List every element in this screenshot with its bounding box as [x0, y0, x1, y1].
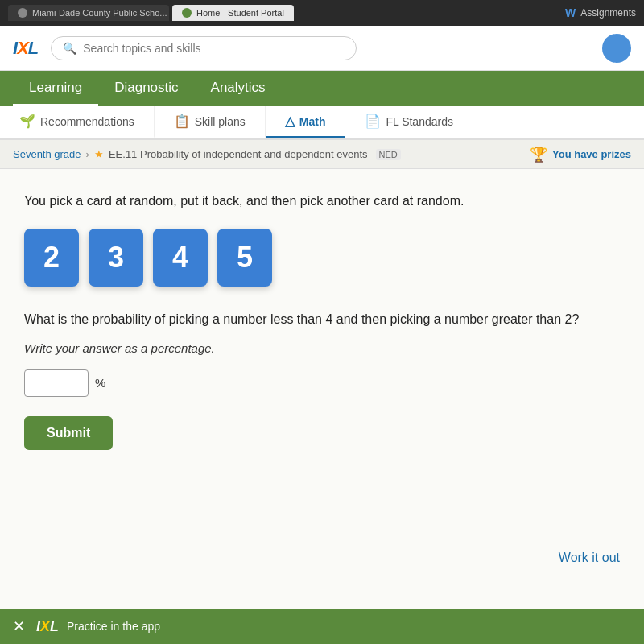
skill-plans-icon: 📋: [174, 114, 190, 129]
nav-bar: Learning Diagnostic Analytics: [0, 71, 644, 106]
tab-favicon-home: [182, 8, 192, 18]
tab-miami-label: Miami-Dade County Public Scho...: [32, 8, 167, 18]
bottom-bar: ✕ IXL Practice in the app: [0, 609, 644, 644]
breadcrumb-skill: EE.11 Probability of independent and dep…: [109, 148, 368, 160]
search-icon: 🔍: [63, 42, 76, 55]
card-4: 4: [153, 229, 208, 287]
nav-item-learning[interactable]: Learning: [13, 72, 98, 106]
recommendations-icon: 🌱: [19, 114, 35, 129]
fl-standards-icon: 📄: [365, 114, 381, 129]
work-it-out-link[interactable]: Work it out: [559, 551, 620, 565]
submit-button[interactable]: Submit: [24, 416, 113, 450]
main-content: You pick a card at random, put it back, …: [0, 169, 644, 609]
sub-nav-recommendations[interactable]: 🌱 Recommendations: [0, 106, 155, 138]
close-icon[interactable]: ✕: [13, 617, 25, 635]
assignments-tab-label: Assignments: [580, 7, 636, 19]
prizes-badge[interactable]: 🏆 You have prizes: [530, 146, 631, 163]
breadcrumb-separator: ›: [86, 148, 89, 160]
header: IXL 🔍: [0, 26, 644, 71]
probability-question: What is the probability of picking a num…: [24, 309, 620, 330]
sub-nav-skill-plans[interactable]: 📋 Skill plans: [155, 106, 266, 138]
tab-home-label: Home - Student Portal: [196, 8, 284, 18]
breadcrumb-grade[interactable]: Seventh grade: [13, 148, 81, 160]
avatar[interactable]: [602, 34, 631, 63]
search-input[interactable]: [83, 42, 345, 55]
card-3: 3: [89, 229, 143, 287]
tab-home[interactable]: Home - Student Portal: [172, 5, 294, 21]
math-icon: △: [285, 114, 295, 129]
trophy-icon: 🏆: [530, 146, 547, 163]
assignments-tab[interactable]: W Assignments: [565, 6, 636, 19]
bottom-text: Practice in the app: [67, 620, 160, 633]
tab-miami[interactable]: Miami-Dade County Public Scho...: [8, 5, 169, 21]
answer-instruction: Write your answer as a percentage.: [24, 341, 620, 355]
card-2: 2: [24, 229, 79, 287]
nav-item-analytics[interactable]: Analytics: [195, 72, 282, 106]
nav-item-diagnostic[interactable]: Diagnostic: [98, 72, 194, 106]
ixl-logo: IXL: [13, 38, 38, 59]
cards-row: 2 3 4 5: [24, 229, 620, 287]
ned-badge: NED: [376, 149, 401, 160]
answer-row: %: [24, 369, 620, 397]
answer-input[interactable]: [24, 369, 89, 397]
w-logo-icon: W: [565, 6, 576, 19]
ixl-app: IXL 🔍 Learning Diagnostic Analytics 🌱 Re…: [0, 26, 644, 644]
breadcrumb-star-icon: ★: [94, 148, 104, 160]
bottom-ixl-logo: IXL: [36, 618, 59, 635]
breadcrumb: Seventh grade › ★ EE.11 Probability of i…: [0, 140, 644, 169]
tab-favicon-miami: [18, 8, 27, 18]
card-5: 5: [217, 229, 272, 287]
browser-tab-bar: Miami-Dade County Public Scho... Home - …: [0, 0, 644, 26]
sub-nav: 🌱 Recommendations 📋 Skill plans △ Math 📄…: [0, 106, 644, 140]
sub-nav-fl-standards[interactable]: 📄 FL Standards: [345, 106, 473, 138]
sub-nav-math[interactable]: △ Math: [266, 106, 346, 138]
percent-label: %: [95, 376, 105, 390]
search-bar[interactable]: 🔍: [51, 36, 357, 60]
question-intro: You pick a card at random, put it back, …: [24, 192, 620, 211]
